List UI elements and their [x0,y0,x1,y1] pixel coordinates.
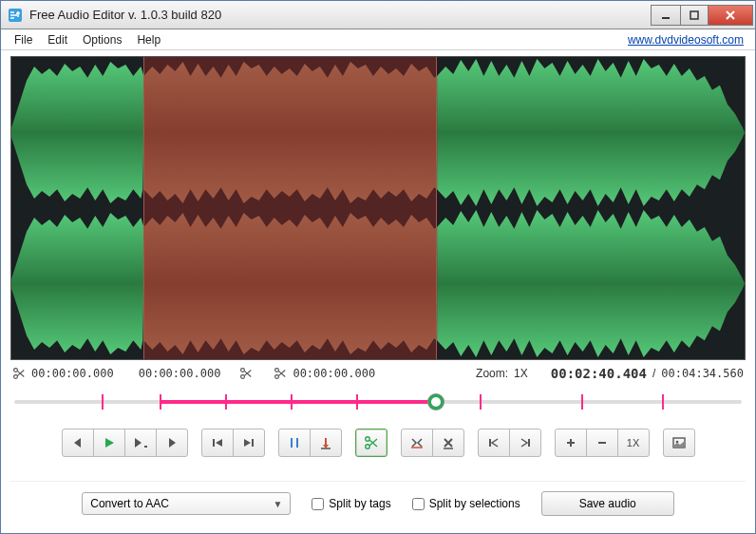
skip-forward-button[interactable] [233,429,265,457]
format-dropdown[interactable]: Convert to AAC ▼ [82,492,291,515]
skip-back-button[interactable] [201,429,234,457]
timeline-slider[interactable] [14,389,742,415]
split-by-selections-label: Split by selections [429,497,520,510]
app-window: Free Audio Editor v. 1.0.3 build 820 Fil… [0,0,756,534]
svg-rect-2 [690,11,698,19]
selection-end-time: 00:00:00.000 [139,367,221,380]
scissors-icon [12,367,26,380]
vendor-link[interactable]: www.dvdvideosoft.com [628,33,749,47]
split-by-selections-checkbox[interactable]: Split by selections [412,497,520,510]
menubar: File Edit Options Help www.dvdvideosoft.… [1,29,755,50]
add-marker-button[interactable] [310,429,342,457]
waveform-selection[interactable] [143,57,437,359]
zoom-value: 1X [514,367,528,380]
menu-help[interactable]: Help [129,31,168,48]
play-selection-button[interactable] [124,429,157,457]
go-to-end-button[interactable] [509,429,541,457]
save-audio-button[interactable]: Save audio [541,491,674,516]
menu-file[interactable]: File [7,31,40,48]
format-dropdown-label: Convert to AAC [90,497,169,510]
time-separator: / [652,367,655,380]
zoom-reset-button[interactable]: 1X [617,429,650,457]
svg-point-17 [365,445,369,448]
zoom-label: Zoom: [476,367,508,380]
waveform-display[interactable] [10,56,746,360]
play-button[interactable] [93,429,125,457]
svg-point-7 [275,369,279,372]
selection-start-time: 00:00:00.000 [31,367,114,380]
svg-point-4 [14,375,18,379]
close-button[interactable] [708,5,753,26]
zoom-out-button[interactable] [586,429,618,457]
rewind-button[interactable] [62,429,94,457]
zoom-in-button[interactable] [555,429,587,457]
menu-edit[interactable]: Edit [40,31,75,48]
split-by-tags-checkbox[interactable]: Split by tags [312,497,390,510]
go-to-start-button[interactable] [478,429,510,457]
delete-button[interactable] [432,429,464,457]
maximize-button[interactable] [680,5,709,26]
split-by-tags-label: Split by tags [329,497,390,510]
bottom-bar: Convert to AAC ▼ Split by tags Split by … [10,481,746,524]
menu-options[interactable]: Options [75,31,129,48]
window-title: Free Audio Editor v. 1.0.3 build 820 [29,8,652,22]
svg-point-26 [675,441,678,444]
marker-time: 00:00:00.000 [293,367,375,380]
trim-button[interactable] [401,429,433,457]
svg-point-16 [365,437,369,441]
set-markers-button[interactable] [278,429,311,457]
chevron-down-icon: ▼ [273,499,282,509]
scissors-icon [239,367,253,380]
app-icon [7,7,24,24]
titlebar[interactable]: Free Audio Editor v. 1.0.3 build 820 [1,1,755,29]
save-audio-label: Save audio [579,497,636,510]
total-duration: 00:04:34.560 [661,367,744,380]
forward-button[interactable] [156,429,188,457]
toolbar: 1X [10,425,746,474]
playback-position: 00:02:40.404 [551,366,647,381]
svg-point-5 [241,369,245,372]
playhead[interactable] [428,394,444,410]
svg-point-3 [14,369,18,372]
scissors-icon [274,367,287,380]
save-image-button[interactable] [663,429,695,457]
info-bar: 00:00:00.000 00:00:00.000 00:00:00.000 Z… [10,360,746,383]
svg-point-6 [241,375,245,379]
minimize-button[interactable] [651,5,681,26]
cut-selection-button[interactable] [355,429,387,457]
split-by-selections-input[interactable] [412,498,425,510]
split-by-tags-input[interactable] [312,498,324,510]
svg-point-8 [275,375,279,379]
